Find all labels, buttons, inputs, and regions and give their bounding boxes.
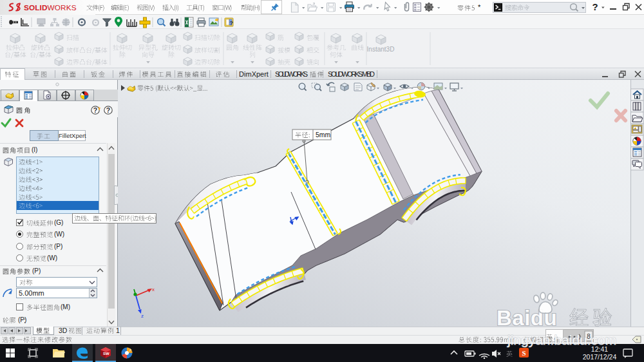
svg-text:S: S (522, 349, 526, 357)
svg-text:SW: SW (103, 352, 109, 356)
svg-text:8: 8 (587, 333, 591, 340)
